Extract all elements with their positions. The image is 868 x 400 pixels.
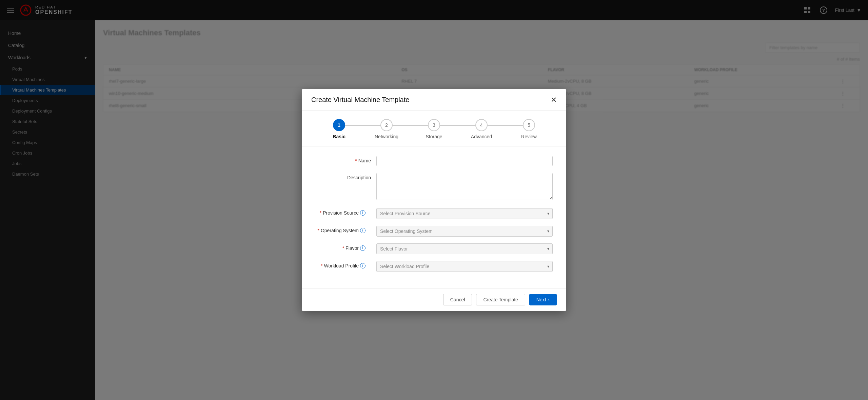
name-label: *Name bbox=[315, 156, 376, 163]
operating-system-row: * Operating System i Select Operating Sy… bbox=[315, 226, 553, 237]
step-advanced: 4 Advanced bbox=[458, 119, 505, 139]
workload-label-wrapper: * Workload Profile i bbox=[315, 261, 376, 268]
description-field-row: Description bbox=[315, 173, 553, 201]
provision-source-label-wrapper: * Provision Source i bbox=[315, 208, 376, 216]
create-vm-template-modal: Create Virtual Machine Template ✕ 1 Basi… bbox=[302, 89, 566, 311]
name-field-row: *Name bbox=[315, 156, 553, 166]
cancel-button[interactable]: Cancel bbox=[443, 294, 472, 305]
step-networking: 2 Networking bbox=[363, 119, 410, 139]
workload-info-icon[interactable]: i bbox=[360, 263, 366, 268]
step-3-circle[interactable]: 3 bbox=[428, 119, 440, 131]
next-button[interactable]: Next › bbox=[529, 294, 557, 305]
modal-overlay: Create Virtual Machine Template ✕ 1 Basi… bbox=[0, 0, 868, 400]
name-input-wrapper bbox=[376, 156, 553, 166]
provision-source-info-icon[interactable]: i bbox=[360, 210, 366, 216]
workload-required-star: * bbox=[321, 263, 322, 268]
next-arrow-icon: › bbox=[548, 297, 550, 302]
step-storage: 3 Storage bbox=[410, 119, 458, 139]
flavor-info-icon[interactable]: i bbox=[360, 245, 366, 251]
workload-profile-row: * Workload Profile i Select Workload Pro… bbox=[315, 261, 553, 272]
step-5-circle[interactable]: 5 bbox=[523, 119, 535, 131]
provision-source-select-wrapper: Select Provision Source ▾ bbox=[376, 208, 553, 219]
os-info-icon[interactable]: i bbox=[360, 228, 366, 233]
operating-system-select[interactable]: Select Operating System bbox=[376, 226, 553, 237]
create-template-button[interactable]: Create Template bbox=[476, 294, 525, 305]
flavor-select-wrapper: Select Flavor ▾ bbox=[376, 243, 553, 254]
description-label: Description bbox=[315, 173, 376, 180]
name-input[interactable] bbox=[376, 156, 553, 166]
modal-footer: Cancel Create Template Next › bbox=[302, 288, 566, 311]
flavor-row: * Flavor i Select Flavor ▾ bbox=[315, 243, 553, 254]
step-2-circle[interactable]: 2 bbox=[380, 119, 393, 131]
flavor-label-wrapper: * Flavor i bbox=[315, 243, 376, 251]
modal-header: Create Virtual Machine Template ✕ bbox=[302, 89, 566, 111]
step-5-label: Review bbox=[521, 134, 537, 139]
description-input[interactable] bbox=[376, 173, 553, 200]
wizard-steps: 1 Basic 2 Networking 3 Storage bbox=[302, 111, 566, 146]
os-label-wrapper: * Operating System i bbox=[315, 226, 376, 233]
name-required-star: * bbox=[355, 158, 357, 163]
workload-select-wrapper: Select Workload Profile ▾ bbox=[376, 261, 553, 272]
step-1-label: Basic bbox=[333, 134, 345, 139]
provision-required-star: * bbox=[320, 210, 321, 216]
next-label: Next bbox=[536, 297, 546, 302]
step-basic: 1 Basic bbox=[315, 119, 363, 139]
modal-title: Create Virtual Machine Template bbox=[311, 96, 409, 104]
modal-form-body: *Name Description * Provision Source bbox=[302, 146, 566, 288]
description-input-wrapper bbox=[376, 173, 553, 201]
step-4-circle[interactable]: 4 bbox=[475, 119, 488, 131]
step-review: 5 Review bbox=[505, 119, 553, 139]
step-2-label: Networking bbox=[375, 134, 398, 139]
flavor-required-star: * bbox=[342, 245, 344, 251]
provision-source-select[interactable]: Select Provision Source bbox=[376, 208, 553, 219]
step-1-circle[interactable]: 1 bbox=[333, 119, 345, 131]
flavor-select[interactable]: Select Flavor bbox=[376, 243, 553, 254]
workload-profile-select[interactable]: Select Workload Profile bbox=[376, 261, 553, 272]
step-4-label: Advanced bbox=[471, 134, 492, 139]
os-required-star: * bbox=[317, 228, 319, 233]
os-select-wrapper: Select Operating System ▾ bbox=[376, 226, 553, 237]
step-3-label: Storage bbox=[426, 134, 442, 139]
provision-source-row: * Provision Source i Select Provision So… bbox=[315, 208, 553, 219]
close-modal-button[interactable]: ✕ bbox=[551, 96, 557, 104]
